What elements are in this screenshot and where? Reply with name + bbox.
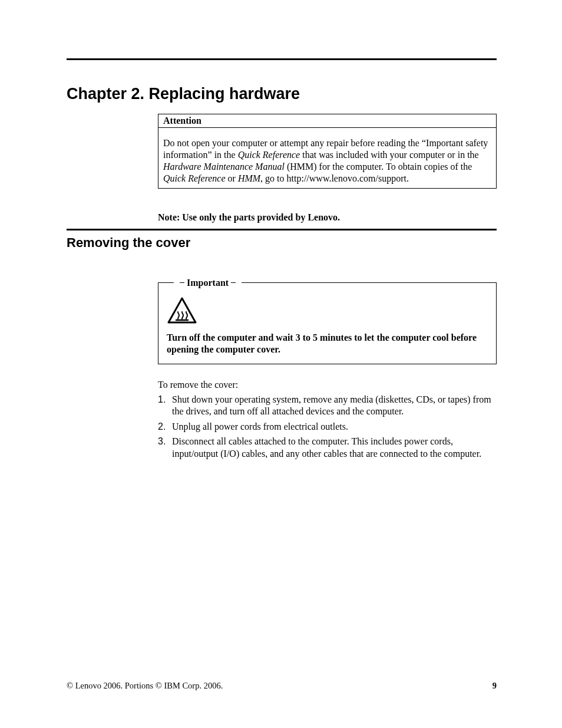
attention-heading: Attention xyxy=(158,114,496,128)
attention-text-2: that was included with your computer or … xyxy=(300,150,478,160)
step-text: Shut down your operating system, remove … xyxy=(172,394,491,416)
hmm-full: Hardware Maintenance Manual xyxy=(163,162,285,172)
section-indent: Important Turn off the computer and wait… xyxy=(158,282,497,460)
important-wrap: Important Turn off the computer and wait… xyxy=(158,282,497,364)
copyright-text: © Lenovo 2006. Portions © IBM Corp. 2006… xyxy=(67,681,223,690)
list-item: 1.Shut down your operating system, remov… xyxy=(158,394,497,418)
list-item: 3.Disconnect all cables attached to the … xyxy=(158,436,497,460)
chapter-title: Chapter 2. Replacing hardware xyxy=(67,85,497,103)
important-legend: Important xyxy=(174,277,242,289)
page-content: Chapter 2. Replacing hardware Attention … xyxy=(67,53,497,463)
attention-text-4: or xyxy=(226,173,238,183)
main-indent: Attention Do not open your computer or a… xyxy=(158,114,497,223)
quick-reference-2: Quick Reference xyxy=(163,173,226,183)
step-text: Unplug all power cords from electrical o… xyxy=(172,421,348,431)
hot-surface-warning-icon xyxy=(167,297,488,327)
lead-text: To remove the cover: xyxy=(158,380,497,390)
step-number: 3. xyxy=(158,436,166,447)
attention-text-3: (HMM) for the computer. To obtain copies… xyxy=(285,162,472,172)
attention-box: Attention Do not open your computer or a… xyxy=(158,114,497,189)
note-line: Note: Use only the parts provided by Len… xyxy=(158,212,497,223)
step-text: Disconnect all cables attached to the co… xyxy=(172,436,481,458)
list-item: 2.Unplug all power cords from electrical… xyxy=(158,421,497,433)
attention-body: Do not open your computer or attempt any… xyxy=(158,128,496,188)
important-box: Important Turn off the computer and wait… xyxy=(158,282,497,364)
section-title: Removing the cover xyxy=(67,235,497,251)
section-rule xyxy=(67,229,497,230)
quick-reference-1: Quick Reference xyxy=(238,150,300,160)
page-number: 9 xyxy=(492,681,497,691)
page-footer: © Lenovo 2006. Portions © IBM Corp. 2006… xyxy=(67,681,497,691)
steps-list: 1.Shut down your operating system, remov… xyxy=(158,394,497,460)
hmm-short: HMM xyxy=(238,173,260,183)
important-text: Turn off the computer and wait 3 to 5 mi… xyxy=(167,332,488,355)
step-number: 2. xyxy=(158,421,166,433)
attention-text-5: , go to http://www.lenovo.com/support. xyxy=(260,173,409,183)
step-number: 1. xyxy=(158,394,166,406)
